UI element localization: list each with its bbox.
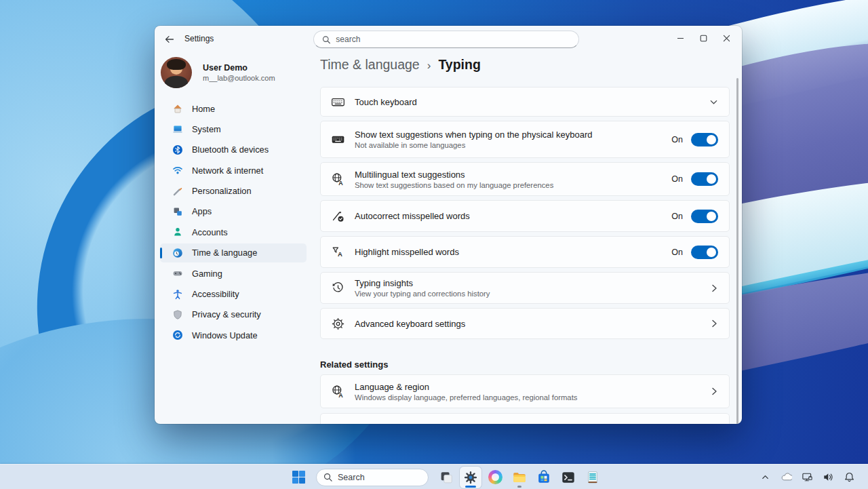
language-globe-icon: A bbox=[330, 172, 345, 187]
bell-icon bbox=[844, 471, 855, 483]
sidebar-item-label: Apps bbox=[192, 206, 212, 216]
settings-app-button[interactable] bbox=[460, 467, 481, 488]
svg-text:A: A bbox=[338, 179, 343, 186]
sidebar-item-label: Network & internet bbox=[192, 165, 263, 176]
windows-logo-icon bbox=[292, 470, 306, 484]
notepad-button[interactable] bbox=[582, 467, 604, 488]
sidebar-item-accessibility[interactable]: Accessibility bbox=[160, 285, 307, 304]
ethernet-button[interactable] bbox=[800, 471, 814, 484]
sidebar-item-gaming[interactable]: Gaming bbox=[160, 264, 307, 283]
profile-name: User Demo bbox=[203, 63, 275, 73]
multilingual-suggestions-row: A Multilingual text suggestions Show tex… bbox=[320, 162, 730, 196]
chevron-right-icon bbox=[710, 387, 718, 395]
taskbar-search-label: Search bbox=[338, 473, 365, 482]
speaker-icon bbox=[823, 471, 834, 483]
sidebar-item-label: Time & language bbox=[192, 248, 257, 258]
user-profile[interactable]: User Demo m__lab@outlook.com bbox=[161, 57, 275, 88]
chevron-down-icon[interactable] bbox=[709, 98, 718, 106]
toggle-state-label: On bbox=[671, 174, 683, 184]
terminal-button[interactable] bbox=[557, 467, 579, 488]
settings-list: Touch keyboard Show text suggestions whe… bbox=[320, 87, 730, 339]
row-subtitle: Not available in some languages bbox=[355, 141, 671, 149]
sidebar-item-network[interactable]: Network & internet bbox=[160, 161, 307, 180]
gaming-icon bbox=[172, 268, 183, 279]
toggle-state-label: On bbox=[671, 212, 683, 221]
microsoft-store-button[interactable] bbox=[533, 467, 555, 488]
autocorrect-row: Autocorrect misspelled words On bbox=[320, 200, 730, 232]
advanced-keyboard-row[interactable]: Advanced keyboard settings bbox=[320, 308, 730, 339]
sidebar-item-time-language[interactable]: Time & language bbox=[160, 243, 307, 262]
accounts-icon bbox=[172, 227, 183, 237]
chevron-right-icon bbox=[710, 284, 718, 292]
chevron-right-icon bbox=[710, 319, 718, 328]
multilingual-suggestions-toggle[interactable] bbox=[691, 172, 718, 186]
privacy-shield-icon bbox=[172, 309, 183, 320]
row-title: Show text suggestions when typing on the… bbox=[355, 130, 671, 140]
volume-button[interactable] bbox=[821, 471, 835, 484]
taskbar-search[interactable]: Search bbox=[316, 469, 429, 486]
running-app-indicator bbox=[517, 486, 521, 488]
sidebar-item-windows-update[interactable]: Windows Update bbox=[160, 326, 307, 345]
sidebar-item-apps[interactable]: Apps bbox=[160, 202, 307, 221]
highlight-misspelled-row: A Highlight misspelled words On bbox=[320, 236, 730, 268]
sidebar-item-home[interactable]: Home bbox=[160, 99, 307, 118]
network-icon bbox=[172, 165, 183, 176]
breadcrumb-parent[interactable]: Time & language bbox=[320, 57, 420, 73]
notepad-icon bbox=[585, 470, 600, 485]
sidebar-item-system[interactable]: System bbox=[160, 119, 307, 138]
row-subtitle: Windows display language, preferred lang… bbox=[355, 393, 710, 402]
taskbar: Search bbox=[0, 464, 868, 489]
settings-card-partial[interactable] bbox=[320, 413, 730, 424]
toggle-state-label: On bbox=[671, 248, 683, 257]
toggle-knob bbox=[707, 248, 716, 257]
row-title: Autocorrect misspelled words bbox=[355, 211, 671, 221]
touch-keyboard-expander[interactable]: Touch keyboard bbox=[320, 87, 730, 117]
file-explorer-button[interactable] bbox=[509, 467, 530, 488]
system-icon bbox=[172, 123, 183, 134]
row-subtitle: Show text suggestions based on my langua… bbox=[355, 181, 671, 189]
sidebar-item-label: Bluetooth & devices bbox=[192, 144, 269, 155]
language-region-row[interactable]: A Language & region Windows display lang… bbox=[320, 374, 730, 408]
toggle-knob bbox=[707, 174, 716, 184]
sidebar-item-label: Accessibility bbox=[192, 289, 239, 299]
page-title: Typing bbox=[438, 57, 480, 73]
autocorrect-toggle[interactable] bbox=[691, 210, 718, 223]
folder-icon bbox=[512, 470, 527, 485]
sidebar-nav: Home System Bluetooth & devices Network … bbox=[160, 99, 307, 347]
sidebar-item-privacy[interactable]: Privacy & security bbox=[160, 305, 307, 324]
start-button[interactable] bbox=[288, 467, 309, 488]
notifications-button[interactable] bbox=[842, 471, 856, 484]
system-tray bbox=[758, 465, 856, 489]
hidden-icons-button[interactable] bbox=[758, 471, 772, 484]
home-icon bbox=[172, 103, 183, 114]
selected-accent-bar bbox=[160, 248, 162, 258]
onedrive-button[interactable] bbox=[779, 471, 793, 484]
gear-icon bbox=[330, 317, 345, 331]
back-button[interactable] bbox=[160, 31, 179, 48]
sidebar-item-accounts[interactable]: Accounts bbox=[160, 222, 307, 241]
sidebar-item-label: Personalization bbox=[192, 186, 252, 196]
sidebar-item-label: System bbox=[192, 124, 221, 134]
sidebar-item-label: Gaming bbox=[192, 269, 222, 279]
taskbar-center: Search bbox=[288, 465, 604, 489]
window-title: Settings bbox=[184, 34, 214, 43]
terminal-icon bbox=[561, 470, 576, 485]
row-title: Highlight misspelled words bbox=[355, 247, 671, 257]
search-icon bbox=[323, 473, 332, 482]
copilot-button[interactable] bbox=[484, 467, 506, 488]
language-globe-icon: A bbox=[330, 385, 345, 399]
physical-keyboard-icon bbox=[330, 132, 345, 146]
sidebar-item-label: Windows Update bbox=[192, 330, 258, 340]
autocorrect-icon bbox=[330, 209, 345, 223]
task-view-button[interactable] bbox=[435, 467, 457, 488]
physical-keyboard-suggestions-toggle[interactable] bbox=[691, 133, 718, 146]
typing-insights-row[interactable]: Typing insights View your typing and cor… bbox=[320, 272, 730, 304]
sidebar-item-bluetooth[interactable]: Bluetooth & devices bbox=[160, 140, 307, 159]
sidebar-item-personalization[interactable]: Personalization bbox=[160, 182, 307, 201]
bluetooth-icon bbox=[172, 144, 183, 155]
scrollbar[interactable] bbox=[736, 78, 738, 424]
highlight-misspelled-toggle[interactable] bbox=[691, 246, 718, 259]
cloud-icon bbox=[781, 471, 792, 483]
breadcrumb: Time & language › Typing bbox=[320, 57, 481, 73]
profile-email: m__lab@outlook.com bbox=[203, 74, 275, 82]
